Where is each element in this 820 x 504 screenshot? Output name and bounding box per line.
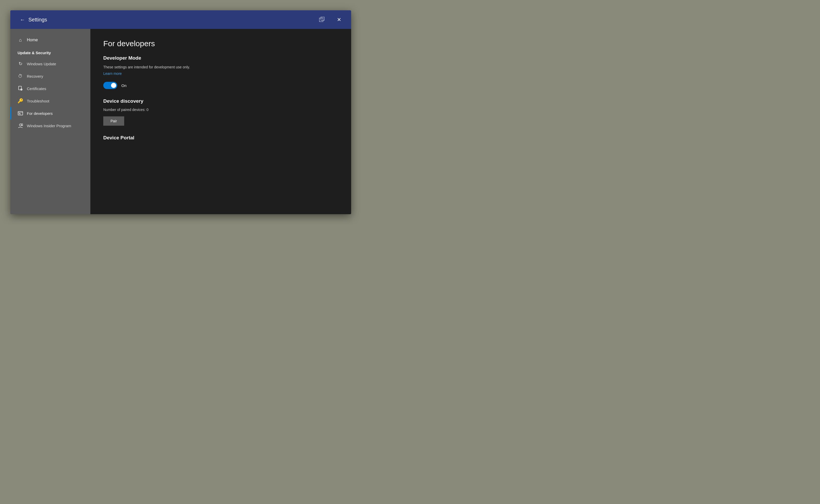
developer-mode-heading: Developer Mode (103, 55, 338, 61)
windows-update-icon: ↻ (18, 61, 23, 67)
windows-update-label: Windows Update (27, 62, 56, 66)
certificates-label: Certificates (27, 86, 46, 91)
developer-mode-description: These settings are intended for developm… (103, 65, 338, 69)
windows-insider-icon (18, 123, 23, 129)
device-portal-heading: Device Portal (103, 135, 338, 141)
troubleshoot-icon: 🔑 (18, 98, 23, 104)
sidebar-item-windows-insider[interactable]: Windows Insider Program (10, 119, 90, 132)
certificates-icon (18, 86, 23, 91)
toggle-knob (111, 83, 116, 88)
sidebar: ⌂ Home Update & Security ↻ Windows Updat… (10, 29, 90, 214)
restore-button[interactable] (316, 14, 328, 26)
paired-devices-text: Number of paired devices: 0 (103, 108, 338, 112)
settings-window: ← Settings ✕ ⌂ Home Update & Security ↻ … (10, 10, 351, 214)
window-title: Settings (28, 17, 316, 23)
recovery-label: Recovery (27, 74, 43, 78)
svg-rect-7 (19, 114, 21, 114)
pair-button[interactable]: Pair (103, 116, 124, 126)
sidebar-item-certificates[interactable]: Certificates (10, 82, 90, 95)
page-title: For developers (103, 39, 338, 48)
svg-rect-2 (19, 86, 21, 90)
sidebar-item-home[interactable]: ⌂ Home (10, 34, 90, 46)
troubleshoot-label: Troubleshoot (27, 99, 49, 103)
windows-insider-label: Windows Insider Program (27, 124, 71, 128)
home-icon: ⌂ (18, 37, 23, 43)
svg-rect-1 (321, 17, 324, 20)
sidebar-item-for-developers[interactable]: For developers (10, 107, 90, 119)
window-controls: ✕ (316, 14, 345, 26)
titlebar: ← Settings ✕ (10, 10, 351, 29)
close-button[interactable]: ✕ (333, 14, 345, 26)
recovery-icon: ⏱ (18, 73, 23, 79)
for-developers-label: For developers (27, 111, 53, 116)
toggle-state-label: On (121, 83, 126, 88)
sidebar-section-title: Update & Security (10, 46, 90, 58)
learn-more-link[interactable]: Learn more (103, 71, 122, 76)
sidebar-item-recovery[interactable]: ⏱ Recovery (10, 70, 90, 82)
window-body: ⌂ Home Update & Security ↻ Windows Updat… (10, 29, 351, 214)
developer-mode-toggle-row: On (103, 82, 338, 89)
back-button[interactable]: ← (17, 14, 28, 26)
developer-mode-toggle[interactable] (103, 82, 117, 89)
svg-rect-0 (319, 18, 323, 22)
sidebar-item-windows-update[interactable]: ↻ Windows Update (10, 58, 90, 70)
for-developers-icon (18, 110, 23, 116)
device-discovery-heading: Device discovery (103, 98, 338, 104)
home-label: Home (27, 38, 38, 42)
main-content: For developers Developer Mode These sett… (90, 29, 351, 214)
sidebar-item-troubleshoot[interactable]: 🔑 Troubleshoot (10, 95, 90, 107)
svg-rect-6 (19, 113, 20, 114)
svg-rect-4 (18, 111, 23, 115)
